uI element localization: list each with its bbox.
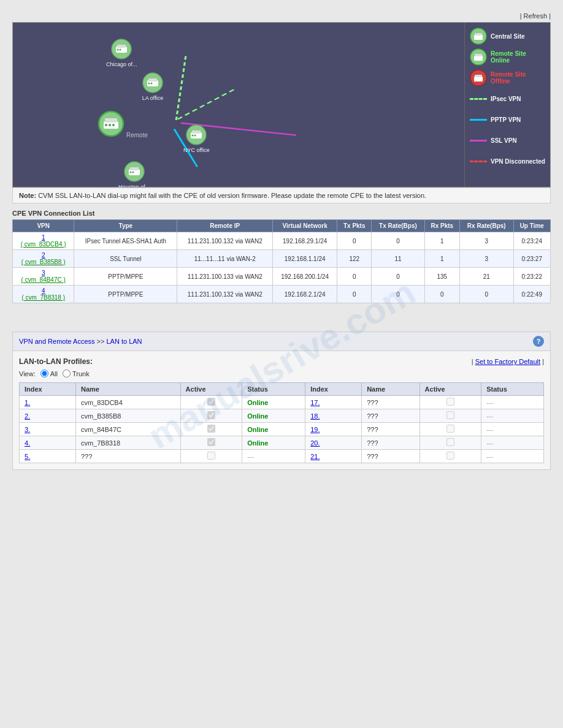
- active-cb-right-4[interactable]: [446, 452, 454, 460]
- active-cb-right-3[interactable]: [446, 438, 454, 446]
- view-row: View: All Trunk: [19, 370, 544, 377]
- svg-point-18: [109, 124, 111, 126]
- vpn-name-link-3[interactable]: ( cvm_7B8318 ): [21, 294, 65, 301]
- lan-r-index-link-4[interactable]: 21.: [310, 453, 320, 460]
- lan-row-4: 4. cvm_7B8318 Online 20. ??? ---: [20, 436, 544, 450]
- view-trunk-text: Trunk: [72, 370, 90, 377]
- lan-table: Index Name Active Status Index Name Acti…: [19, 382, 544, 463]
- legend-vpn-disc: VPN Disconnected: [470, 153, 545, 170]
- legend-pptp: PPTP VPN: [470, 111, 545, 128]
- lan-r-active-4: [419, 450, 481, 463]
- vpn-cell-txp-2: 0: [337, 268, 372, 286]
- node-chicago[interactable]: Chicago of...: [106, 38, 137, 67]
- legend-ssl-icon: [470, 132, 487, 149]
- active-cb-left-3[interactable]: [207, 438, 215, 446]
- factory-default-link[interactable]: Set to Factory Default: [475, 358, 540, 365]
- lan-col-active: Active: [180, 383, 242, 396]
- lan-r-idx-1: 18.: [305, 409, 362, 423]
- lan-index-link-2[interactable]: 3.: [25, 426, 30, 433]
- node-nyc-label: NYC office: [183, 147, 210, 153]
- vpn-id-link-3[interactable]: 4: [42, 287, 45, 294]
- lan-r-idx-2: 19.: [305, 423, 362, 436]
- active-cb-left-0[interactable]: [207, 398, 215, 406]
- node-houston[interactable]: Houston of...: [118, 161, 150, 187]
- active-cb-right-2[interactable]: [446, 425, 454, 433]
- svg-rect-38: [475, 75, 482, 77]
- active-cb-left-2[interactable]: [207, 425, 215, 433]
- router-icon-houston: [123, 161, 145, 183]
- lan-index-link-0[interactable]: 1.: [25, 399, 30, 406]
- refresh-link[interactable]: | Refresh |: [520, 12, 551, 20]
- help-icon[interactable]: ?: [533, 336, 544, 347]
- active-cb-right-0[interactable]: [446, 398, 454, 406]
- vpn-cell-id-0: 1 ( cvm_83DCB4 ): [13, 232, 74, 250]
- lan-row-3: 3. cvm_84B47C Online 19. ??? ---: [20, 423, 544, 436]
- lan-active-2: [180, 423, 242, 436]
- view-trunk-radio[interactable]: [63, 370, 71, 377]
- lan-body: LAN-to-LAN Profiles: | Set to Factory De…: [13, 351, 550, 469]
- col-rx-rate: Rx Rate(Bps): [459, 220, 513, 232]
- lan-name-3: cvm_7B8318: [75, 436, 180, 450]
- active-cb-left-1[interactable]: [207, 411, 215, 419]
- lan-r-name-1: ???: [362, 409, 419, 423]
- lan-name-4: ???: [75, 450, 180, 463]
- legend-ipsec-label: IPsec VPN: [491, 96, 521, 102]
- vpn-cell-rxp-1: 1: [424, 250, 459, 268]
- lan-r-active-1: [419, 409, 481, 423]
- lan-r-index-link-1[interactable]: 18.: [310, 412, 320, 420]
- lan-index-link-1[interactable]: 2.: [25, 412, 30, 420]
- vpn-name-link-1[interactable]: ( cvm_B385B8 ): [21, 259, 66, 265]
- lan-status-4: ---: [242, 450, 305, 463]
- vpn-row-3: 3 ( cvm_84B47C ) PPTP/MPPE 111.231.100.1…: [13, 268, 551, 286]
- legend-panel: Central Site Remote Site Online: [464, 23, 550, 187]
- active-cb-right-1[interactable]: [446, 411, 454, 419]
- vpn-row-2: 2 ( cvm_B385B8 ) SSL Tunnel 11...11...11…: [13, 250, 551, 268]
- network-diagram: Chicago of... LA office: [12, 22, 551, 188]
- lan-row-5: 5. ??? --- 21. ??? ---: [20, 450, 544, 463]
- vpn-id-link-1[interactable]: 2: [42, 252, 45, 259]
- lan-r-index-link-0[interactable]: 17.: [310, 399, 320, 406]
- vpn-cell-id-3: 4 ( cvm_7B8318 ): [13, 286, 74, 303]
- node-la[interactable]: LA office: [142, 72, 164, 101]
- legend-central-label: Central Site: [491, 33, 525, 40]
- node-nyc[interactable]: NYC office: [183, 124, 210, 153]
- vpn-cell-rxr-1: 3: [459, 250, 513, 268]
- node-central[interactable]: [98, 110, 124, 138]
- vpn-name-link-2[interactable]: ( cvm_84B47C ): [21, 276, 66, 283]
- legend-ipsec-icon: [470, 90, 487, 107]
- vpn-cell-txr-3: 0: [372, 286, 424, 303]
- lan-r-name-0: ???: [362, 396, 419, 409]
- svg-line-1: [176, 89, 234, 120]
- lan-r-active-3: [419, 436, 481, 450]
- legend-ssl-label: SSL VPN: [491, 137, 517, 144]
- vpn-link[interactable]: VPN and Remote Access: [19, 338, 95, 345]
- lan-col-r-active: Active: [419, 383, 481, 396]
- active-cb-left-4[interactable]: [207, 452, 215, 460]
- legend-pptp-label: PPTP VPN: [491, 116, 521, 123]
- vpn-id-link-0[interactable]: 1: [42, 234, 45, 241]
- note-text: CVM SSL LAN-to-LAN dial-up might fail wi…: [38, 192, 426, 199]
- vpn-name-link-0[interactable]: ( cvm_83DCB4 ): [21, 241, 66, 248]
- lan-r-name-3: ???: [362, 436, 419, 450]
- lan-index-link-3[interactable]: 4.: [25, 439, 30, 447]
- vpn-cell-time-1: 0:23:27: [513, 250, 550, 268]
- lan-index-link-4[interactable]: 5.: [25, 453, 30, 460]
- legend-remote-offline: Remote Site Offline: [470, 69, 545, 86]
- lan-active-3: [180, 436, 242, 450]
- view-all-label[interactable]: All: [40, 370, 58, 377]
- view-all-radio[interactable]: [40, 370, 48, 377]
- lan-idx-2: 3.: [20, 423, 76, 436]
- vpn-cell-txr-1: 11: [372, 250, 424, 268]
- lan-r-status-1: ---: [481, 409, 544, 423]
- lan-profiles-header: LAN-to-LAN Profiles: | Set to Factory De…: [19, 357, 544, 366]
- svg-rect-32: [475, 33, 482, 36]
- vpn-id-link-2[interactable]: 3: [42, 270, 45, 276]
- lan-r-index-link-3[interactable]: 20.: [310, 439, 320, 447]
- lan-to-lan-link[interactable]: LAN to LAN: [106, 338, 142, 345]
- svg-point-8: [120, 49, 121, 51]
- lan-col-r-name: Name: [362, 383, 419, 396]
- view-trunk-label[interactable]: Trunk: [63, 370, 90, 377]
- legend-online-icon: [470, 48, 487, 66]
- node-chicago-label: Chicago of...: [106, 61, 137, 67]
- lan-r-index-link-2[interactable]: 19.: [310, 426, 320, 433]
